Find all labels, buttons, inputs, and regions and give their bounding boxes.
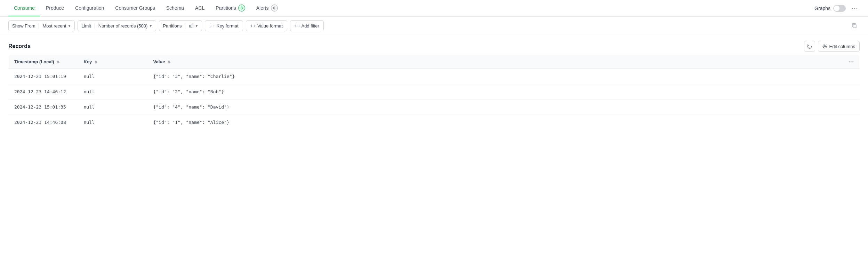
graphs-toggle[interactable]: Graphs (814, 5, 846, 12)
edit-columns-label: Edit columns (829, 44, 855, 49)
more-options-button[interactable]: ⋯ (850, 3, 860, 13)
copy-button[interactable] (849, 20, 860, 31)
cell-more (843, 115, 860, 130)
show-from-chevron: ▼ (67, 24, 71, 28)
partitions-badge: 3 (238, 5, 245, 11)
copy-icon (851, 23, 857, 29)
refresh-icon (807, 44, 812, 49)
cell-timestamp: 2024-12-23 14:46:12 (9, 84, 78, 100)
value-format-plus-icon: + (250, 23, 253, 29)
col-header-key[interactable]: Key ⇅ (78, 55, 148, 69)
cell-value: {"id": "3", "name": "Charlie"} (148, 69, 843, 84)
key-format-button[interactable]: + + Key format (205, 20, 243, 31)
cell-more (843, 84, 860, 100)
cell-key: null (78, 84, 148, 100)
sort-icon-timestamp: ⇅ (57, 61, 59, 64)
col-header-timestamp[interactable]: Timestamp (Local) ⇅ (9, 55, 78, 69)
alerts-badge: 0 (271, 5, 278, 11)
limit-chevron: ▼ (149, 24, 152, 28)
table-header-row: Timestamp (Local) ⇅ Key ⇅ Value ⇅ ⋯ (9, 55, 860, 69)
toolbar: Show From Most recent ▼ Limit Number of … (0, 17, 868, 35)
cell-value: {"id": "1", "name": "Alice"} (148, 115, 843, 130)
table-container: Timestamp (Local) ⇅ Key ⇅ Value ⇅ ⋯ 2024… (0, 55, 868, 138)
graphs-label: Graphs (814, 6, 830, 11)
add-filter-plus-icon: + (295, 23, 297, 29)
partitions-value: all ▼ (185, 23, 202, 29)
sort-icon-key: ⇅ (95, 61, 97, 64)
records-header: Records Edit columns (0, 35, 868, 55)
tab-configuration[interactable]: Configuration (70, 0, 110, 16)
table-row: 2024-12-23 14:46:12 null {"id": "2", "na… (9, 84, 860, 100)
svg-point-1 (824, 46, 826, 47)
limit-label: Limit (78, 23, 95, 29)
cell-key: null (78, 69, 148, 84)
table-more-button[interactable]: ⋯ (848, 58, 854, 65)
edit-columns-button[interactable]: Edit columns (818, 41, 860, 52)
cell-timestamp: 2024-12-23 15:01:35 (9, 100, 78, 115)
tab-acl[interactable]: ACL (190, 0, 210, 16)
records-title: Records (8, 43, 31, 49)
partitions-chevron: ▼ (195, 24, 199, 28)
show-from-filter[interactable]: Show From Most recent ▼ (8, 20, 75, 31)
tab-alerts[interactable]: Alerts 0 (251, 0, 283, 16)
tab-schema[interactable]: Schema (161, 0, 190, 16)
partitions-filter[interactable]: Partitions all ▼ (159, 20, 202, 31)
table-row: 2024-12-23 14:46:08 null {"id": "1", "na… (9, 115, 860, 130)
limit-filter[interactable]: Limit Number of records (500) ▼ (78, 20, 156, 31)
cell-value: {"id": "4", "name": "David"} (148, 100, 843, 115)
partitions-label: Partitions (159, 23, 185, 29)
show-from-label: Show From (9, 23, 39, 29)
graphs-switch[interactable] (833, 5, 846, 12)
top-nav: Consume Produce Configuration Consumer G… (0, 0, 868, 17)
key-format-plus-icon: + (209, 23, 212, 29)
records-table: Timestamp (Local) ⇅ Key ⇅ Value ⇅ ⋯ 2024… (8, 55, 860, 130)
tab-produce[interactable]: Produce (40, 0, 70, 16)
cell-more (843, 69, 860, 84)
cell-more (843, 100, 860, 115)
cell-key: null (78, 115, 148, 130)
gear-icon (822, 44, 827, 49)
records-actions: Edit columns (804, 41, 860, 52)
show-from-value: Most recent ▼ (39, 23, 74, 29)
table-row: 2024-12-23 15:01:19 null {"id": "3", "na… (9, 69, 860, 84)
cell-timestamp: 2024-12-23 15:01:19 (9, 69, 78, 84)
col-header-value[interactable]: Value ⇅ (148, 55, 843, 69)
tab-consumer-groups[interactable]: Consumer Groups (110, 0, 160, 16)
svg-rect-0 (853, 25, 856, 28)
sort-icon-value: ⇅ (168, 61, 170, 64)
cell-value: {"id": "2", "name": "Bob"} (148, 84, 843, 100)
cell-timestamp: 2024-12-23 14:46:08 (9, 115, 78, 130)
limit-value: Number of records (500) ▼ (95, 23, 156, 29)
cell-key: null (78, 100, 148, 115)
add-filter-button[interactable]: + + Add filter (290, 20, 324, 31)
nav-tabs: Consume Produce Configuration Consumer G… (8, 0, 283, 16)
col-header-more: ⋯ (843, 55, 860, 69)
table-body: 2024-12-23 15:01:19 null {"id": "3", "na… (9, 69, 860, 130)
nav-right: Graphs ⋯ (814, 3, 860, 13)
tab-consume[interactable]: Consume (8, 0, 40, 16)
table-row: 2024-12-23 15:01:35 null {"id": "4", "na… (9, 100, 860, 115)
tab-partitions[interactable]: Partitions 3 (210, 0, 250, 16)
value-format-button[interactable]: + + Value format (246, 20, 287, 31)
refresh-button[interactable] (804, 41, 815, 52)
